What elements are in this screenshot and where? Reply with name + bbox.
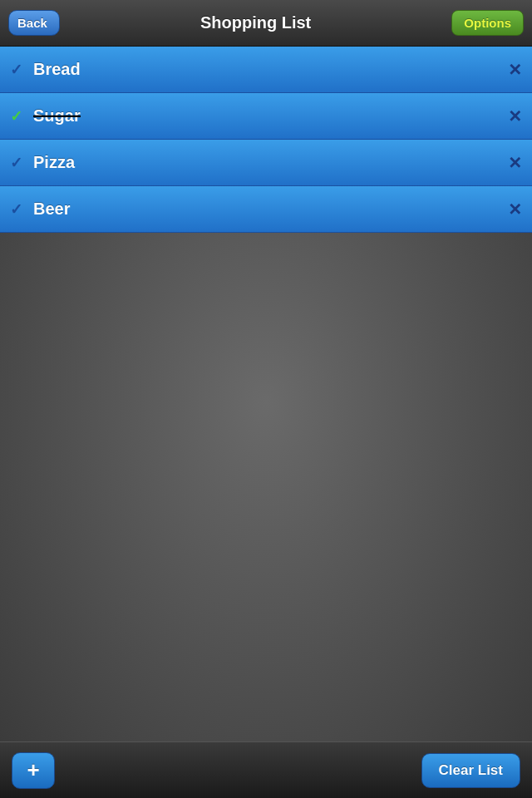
list-item[interactable]: ✓Sugar✕: [0, 93, 532, 140]
delete-icon[interactable]: ✕: [495, 106, 522, 126]
check-icon: ✓: [10, 107, 33, 126]
check-icon: ✓: [10, 200, 33, 219]
empty-area: [0, 233, 532, 758]
shopping-list-container: ✓Bread✕✓Sugar✕✓Pizza✕✓Beer✕: [0, 47, 532, 758]
list-item[interactable]: ✓Pizza✕: [0, 140, 532, 186]
clear-list-button[interactable]: Clear List: [421, 753, 520, 788]
check-icon: ✓: [10, 154, 33, 172]
item-label: Bread: [33, 60, 495, 79]
add-item-button[interactable]: +: [12, 752, 55, 789]
item-label: Sugar: [33, 106, 495, 126]
navigation-bar: Back Shopping List Options: [0, 0, 532, 47]
back-button[interactable]: Back: [8, 10, 60, 36]
list-item[interactable]: ✓Bread✕: [0, 47, 532, 93]
check-icon: ✓: [10, 61, 33, 79]
list-item[interactable]: ✓Beer✕: [0, 186, 532, 233]
delete-icon[interactable]: ✕: [495, 153, 522, 173]
items-list: ✓Bread✕✓Sugar✕✓Pizza✕✓Beer✕: [0, 47, 532, 233]
bottom-bar: + Clear List: [0, 741, 532, 798]
item-label: Beer: [33, 200, 495, 219]
delete-icon[interactable]: ✕: [495, 200, 522, 219]
delete-icon[interactable]: ✕: [495, 60, 522, 80]
page-title: Shopping List: [200, 13, 311, 32]
item-label: Pizza: [33, 153, 495, 172]
options-button[interactable]: Options: [451, 10, 524, 36]
